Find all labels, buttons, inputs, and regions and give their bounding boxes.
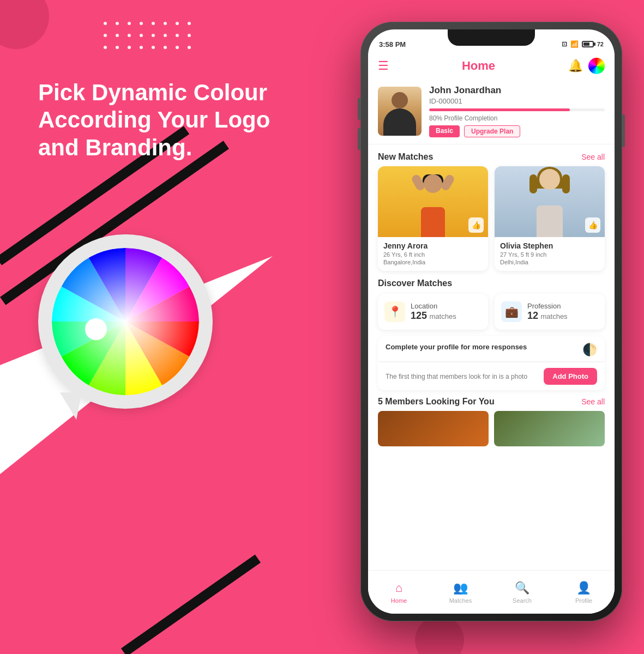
jenny-figure [414,174,452,237]
olivia-head [539,169,560,190]
left-section: Pick Dynamic Colour According Your Logo … [16,0,305,654]
profile-completion-icon: 🌓 [582,343,597,357]
nav-item-matches[interactable]: 👥 Matches [430,577,491,608]
power-button [622,114,625,147]
match-photo-jenny: 👍 [378,166,488,237]
app-header: ☰ Home 🔔 [368,53,615,78]
battery-icon [582,41,594,47]
add-photo-section: The first thing that members look for in… [378,362,605,390]
like-button-olivia[interactable]: 👍 [585,217,600,233]
profile-badges: Basic Upgrade Plan [429,125,605,137]
member-thumb-2[interactable] [494,411,605,446]
color-wheel-container [38,234,218,436]
discover-profession-count: 12 [527,310,538,321]
discover-profession-info: Profession 12 matches [527,302,568,322]
discover-profession-stats: 12 matches [527,310,568,322]
volume-down-button [358,128,360,150]
nav-item-profile[interactable]: 👤 Profile [553,577,615,608]
add-photo-button[interactable]: Add Photo [544,368,597,385]
badge-upgrade[interactable]: Upgrade Plan [464,125,520,137]
battery-percent: 72 [597,41,604,47]
profile-section: John Jonardhan ID-000001 80% Profile Com… [368,78,615,144]
discover-location-count: 125 [411,310,427,321]
add-photo-description: The first thing that members look for in… [386,373,538,380]
match-detail-olivia-2: Delhi,India [500,259,599,265]
complete-profile-title: Complete your profile for more responses [386,343,527,351]
wifi-icon: 📶 [570,40,579,48]
color-wheel-selector[interactable] [85,318,107,340]
search-icon: 🔍 [515,581,529,595]
new-matches-title: New Matches [378,152,433,162]
members-section: 5 Members Looking For You See all [368,390,615,449]
discover-title: Discover Matches [378,278,605,288]
location-icon: 📍 [384,301,405,322]
discover-location-stats: 125 matches [411,310,456,322]
bubble-tail [60,392,82,420]
match-detail-jenny-1: 26 Yrs, 6 ft inch [383,251,483,258]
status-icons: ⊡ 📶 72 [562,40,604,48]
members-title: 5 Members Looking For You [378,397,495,407]
bottom-nav: ⌂ Home 👥 Matches 🔍 Search 👤 Profile [368,570,615,614]
like-button-jenny[interactable]: 👍 [468,217,484,233]
discover-card-location[interactable]: 📍 Location 125 matches [378,294,488,330]
color-wheel-svg [52,248,199,395]
discover-section: Discover Matches 📍 Location 125 matches [368,278,615,336]
members-header: 5 Members Looking For You See all [378,397,605,407]
color-palette-icon[interactable] [588,58,605,74]
phone-container: 3:58 PM ⊡ 📶 72 ☰ Home 🔔 [360,22,622,627]
match-card-olivia[interactable]: 👍 Olivia Stephen 27 Yrs, 5 ft 9 inch Del… [495,166,605,271]
profile-completion-bar [429,108,605,111]
headline: Pick Dynamic Colour According Your Logo … [38,79,300,161]
jenny-body [421,207,445,237]
profile-completion-fill [429,108,570,111]
color-wheel[interactable] [52,248,199,395]
badge-basic[interactable]: Basic [429,125,460,137]
new-matches-header: New Matches See all [368,144,615,166]
phone-outer: 3:58 PM ⊡ 📶 72 ☰ Home 🔔 [360,22,622,621]
profile-id: ID-000001 [429,97,605,105]
discover-cards: 📍 Location 125 matches 💼 Profession [378,294,605,330]
nav-item-search[interactable]: 🔍 Search [491,577,553,608]
complete-profile-banner: Complete your profile for more responses… [378,336,605,361]
new-matches-see-all[interactable]: See all [581,153,605,161]
discover-card-profession[interactable]: 💼 Profession 12 matches [495,294,605,330]
match-card-jenny[interactable]: 👍 Jenny Arora 26 Yrs, 6 ft inch Bangalor… [378,166,488,271]
battery-fill [583,43,590,46]
match-info-jenny: Jenny Arora 26 Yrs, 6 ft inch Bangalore,… [378,237,488,271]
profile-photo[interactable] [378,87,422,136]
nav-label-home: Home [391,597,407,604]
profession-icon: 💼 [501,301,522,322]
nav-label-matches: Matches [449,597,472,604]
person-head [392,92,408,108]
nav-label-search: Search [513,597,532,604]
person-body [383,108,416,136]
jenny-head [424,174,442,193]
match-name-jenny: Jenny Arora [383,241,483,250]
profile-photo-inner [378,87,422,136]
discover-location-label: Location [411,302,456,310]
member-thumb-1[interactable] [378,411,489,446]
nav-label-profile: Profile [575,597,592,604]
phone-notch [448,29,535,46]
match-detail-jenny-2: Bangalore,India [383,259,483,265]
olivia-hair-side-left [529,174,537,193]
profile-completion-text: 80% Profile Completion [429,114,605,122]
olivia-hair-side-right [562,174,570,193]
menu-icon[interactable]: ☰ [378,59,389,73]
complete-profile-text: Complete your profile for more responses [386,343,527,351]
olivia-body [537,205,563,237]
matches-icon: 👥 [453,581,468,595]
bell-icon[interactable]: 🔔 [568,59,583,73]
volume-up-button [358,98,360,120]
nav-item-home[interactable]: ⌂ Home [368,577,430,608]
svg-point-1 [52,248,199,395]
match-name-olivia: Olivia Stephen [500,241,599,250]
home-icon: ⌂ [395,581,402,595]
members-see-all[interactable]: See all [581,397,605,406]
profile-nav-icon: 👤 [576,581,591,595]
phone-screen: 3:58 PM ⊡ 📶 72 ☰ Home 🔔 [368,29,615,614]
status-time: 3:58 PM [379,40,406,49]
discover-location-unit: matches [430,312,456,320]
profile-name: John Jonardhan [429,85,605,96]
match-detail-olivia-1: 27 Yrs, 5 ft 9 inch [500,251,599,258]
